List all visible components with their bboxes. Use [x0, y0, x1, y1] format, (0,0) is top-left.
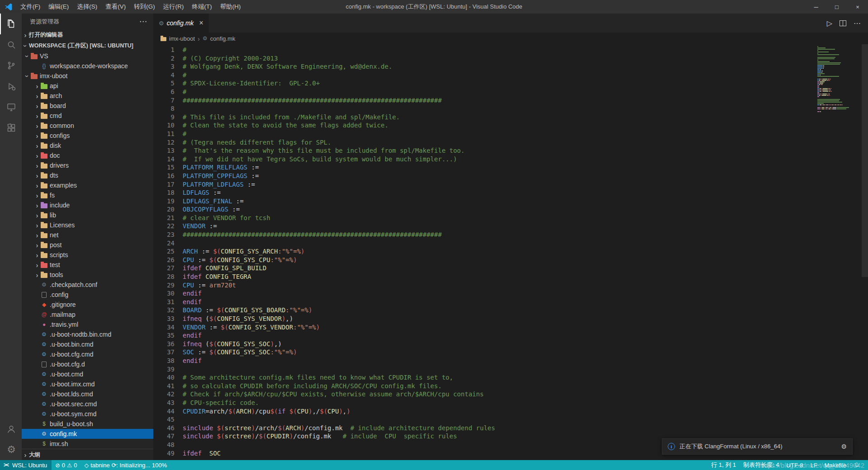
code-line-25[interactable]: 25ARCH := $(CONFIG_SYS_ARCH:"%"=%) — [153, 247, 816, 256]
tree-item-.u-boot.imx.cmd[interactable]: ⚙.u-boot.imx.cmd — [22, 379, 153, 389]
code-line-35[interactable]: 35endif — [153, 331, 816, 340]
code-editor[interactable]: 1#2# (C) Copyright 2000-20133# Wolfgang … — [153, 44, 868, 460]
code-line-11[interactable]: 11# — [153, 130, 816, 138]
tree-item-doc[interactable]: ›doc — [22, 150, 153, 160]
code-line-3[interactable]: 3# Wolfgang Denk, DENX Software Engineer… — [153, 62, 816, 71]
tree-item-cmd[interactable]: ›cmd — [22, 111, 153, 121]
code-line-40[interactable]: 40# Some architecture config.mk files ne… — [153, 373, 816, 382]
breadcrumb-item-folder[interactable]: imx-uboot — [169, 35, 195, 42]
tree-item-lib[interactable]: ›lib — [22, 210, 153, 220]
code-line-44[interactable]: 44CPUDIR=arch/$(ARCH)/cpu$(if $(CPU),/$(… — [153, 407, 816, 416]
tab-config-mk[interactable]: ⚙ config.mk × — [153, 14, 209, 33]
code-line-43[interactable]: 43# CPU-specific code. — [153, 399, 816, 407]
code-line-19[interactable]: 19LDFLAGS_FINAL := — [153, 197, 816, 206]
more-actions-icon[interactable]: ⋯ — [139, 17, 147, 26]
explorer-icon[interactable] — [0, 14, 22, 34]
menu-item-4[interactable]: 转到(G) — [130, 0, 159, 14]
menu-item-7[interactable]: 帮助(H) — [216, 0, 245, 14]
more-actions-icon[interactable]: ⋯ — [854, 19, 861, 28]
tabnine-status[interactable]: ◇ tabnine ⟳: Initializing... 100% — [81, 462, 171, 469]
code-line-10[interactable]: 10# Clean the state to avoid the same fl… — [153, 121, 816, 130]
tree-item-examples[interactable]: ›examples — [22, 180, 153, 190]
code-line-21[interactable]: 21# clear VENDOR for tcsh — [153, 214, 816, 222]
tree-item-dts[interactable]: ›dts — [22, 170, 153, 180]
code-line-7[interactable]: 7#######################################… — [153, 96, 816, 105]
code-line-28[interactable]: 28ifdef CONFIG_TEGRA — [153, 273, 816, 281]
tree-item-.u-boot.sym.cmd[interactable]: ⚙.u-boot.sym.cmd — [22, 409, 153, 419]
code-line-9[interactable]: 9# This file is included from ./Makefile… — [153, 113, 816, 122]
maximize-button[interactable]: □ — [826, 0, 847, 14]
code-line-1[interactable]: 1# — [153, 46, 816, 54]
tree-item-imx-uboot[interactable]: ›imx-uboot — [22, 71, 153, 81]
problems-indicator[interactable]: ⊘ 0 ⚠ 0 — [52, 462, 80, 469]
code-line-30[interactable]: 30endif — [153, 289, 816, 298]
code-line-17[interactable]: 17PLATFORM_LDFLAGS := — [153, 180, 816, 189]
tree-item-.u-boot.srec.cmd[interactable]: ⚙.u-boot.srec.cmd — [22, 399, 153, 409]
code-line-22[interactable]: 22VENDOR := — [153, 222, 816, 230]
source-control-icon[interactable] — [0, 55, 22, 76]
menu-item-6[interactable]: 终端(T) — [188, 0, 216, 14]
workspace-section[interactable]: › WORKSPACE (工作区) [WSL: UBUNTU] — [22, 40, 153, 51]
code-line-33[interactable]: 33ifneq ($(CONFIG_SYS_VENDOR),) — [153, 315, 816, 323]
tree-item-.u-boot.cfg.cmd[interactable]: ⚙.u-boot.cfg.cmd — [22, 349, 153, 359]
code-line-45[interactable]: 45 — [153, 415, 816, 424]
scrollbar-thumb[interactable] — [862, 44, 868, 277]
run-icon[interactable]: ▷ — [827, 19, 832, 28]
code-line-38[interactable]: 38endif — [153, 357, 816, 365]
encoding[interactable]: UTF-8 — [783, 462, 807, 469]
tree-item-imx.sh[interactable]: $imx.sh — [22, 439, 153, 449]
breadcrumb-item-file[interactable]: config.mk — [210, 35, 236, 42]
tree-item-net[interactable]: ›net — [22, 230, 153, 240]
code-line-24[interactable]: 24 — [153, 239, 816, 248]
code-line-34[interactable]: 34VENDOR := $(CONFIG_SYS_VENDOR:"%"=%) — [153, 323, 816, 332]
menu-item-5[interactable]: 运行(R) — [159, 0, 188, 14]
tree-item-Licenses[interactable]: ›Licenses — [22, 220, 153, 230]
code-line-14[interactable]: 14# If we did not have Tegra SoCs, build… — [153, 155, 816, 164]
tree-item-.mailmap[interactable]: @.mailmap — [22, 310, 153, 320]
close-button[interactable]: × — [847, 0, 868, 14]
notification-toast[interactable]: i 正在下载 ClangFormat (Linux / x86_64) ⚙ — [662, 438, 853, 455]
minimize-button[interactable]: ─ — [806, 0, 826, 14]
tree-item-tools[interactable]: ›tools — [22, 270, 153, 280]
tree-item-.checkpatch.conf[interactable]: ⚙.checkpatch.conf — [22, 280, 153, 290]
open-editors-section[interactable]: › 打开的编辑器 — [22, 29, 153, 40]
code-line-29[interactable]: 29CPU := arm720t — [153, 281, 816, 290]
menu-item-1[interactable]: 编辑(E) — [44, 0, 73, 14]
code-line-39[interactable]: 39 — [153, 365, 816, 374]
remote-indicator[interactable]: >< WSL: Ubuntu — [0, 460, 52, 470]
tree-item-api[interactable]: ›api — [22, 81, 153, 91]
tree-item-workspace.code-workspace[interactable]: {}workspace.code-workspace — [22, 61, 153, 71]
code-line-36[interactable]: 36ifneq ($(CONFIG_SYS_SOC),) — [153, 340, 816, 348]
code-lines[interactable]: 1#2# (C) Copyright 2000-20133# Wolfgang … — [153, 44, 816, 460]
code-line-12[interactable]: 12# (Tegra needs different flags for SPL… — [153, 138, 816, 147]
code-line-5[interactable]: 5# SPDX-License-Identifier: GPL-2.0+ — [153, 79, 816, 88]
account-icon[interactable] — [0, 418, 22, 439]
code-line-2[interactable]: 2# (C) Copyright 2000-2013 — [153, 54, 816, 63]
code-line-16[interactable]: 16PLATFORM_CPPFLAGS := — [153, 172, 816, 180]
code-line-42[interactable]: 42# Check if arch/$ARCH/cpu/$CPU exists,… — [153, 390, 816, 399]
code-line-41[interactable]: 41# so calculate CPUDIR before including… — [153, 382, 816, 390]
code-line-27[interactable]: 27ifdef CONFIG_SPL_BUILD — [153, 264, 816, 273]
tree-item-config.mk[interactable]: ⚙config.mk — [22, 429, 153, 439]
split-editor-icon[interactable] — [840, 20, 846, 26]
settings-gear-icon[interactable]: ⚙ — [0, 439, 22, 460]
tree-item-include[interactable]: ›include — [22, 200, 153, 210]
code-line-6[interactable]: 6# — [153, 88, 816, 96]
notifications-bell-icon[interactable] — [850, 462, 863, 468]
extensions-icon[interactable] — [0, 118, 22, 138]
tree-item-arch[interactable]: ›arch — [22, 91, 153, 101]
tree-item-post[interactable]: ›post — [22, 240, 153, 250]
tree-item-common[interactable]: ›common — [22, 121, 153, 131]
tree-item-.u-boot.cfg.d[interactable]: .u-boot.cfg.d — [22, 359, 153, 369]
tree-item-fs[interactable]: ›fs — [22, 190, 153, 200]
code-line-13[interactable]: 13# That's the reason why this file must… — [153, 146, 816, 155]
tree-item-.u-boot.bin.cmd[interactable]: ⚙.u-boot.bin.cmd — [22, 339, 153, 349]
tree-item-configs[interactable]: ›configs — [22, 131, 153, 141]
code-line-46[interactable]: 46sinclude $(srctree)/arch/$(ARCH)/confi… — [153, 424, 816, 432]
code-line-26[interactable]: 26CPU := $(CONFIG_SYS_CPU:"%"=%) — [153, 256, 816, 264]
code-line-4[interactable]: 4# — [153, 71, 816, 80]
tree-item-drivers[interactable]: ›drivers — [22, 160, 153, 170]
cursor-position[interactable]: 行 1, 列 1 — [708, 461, 740, 469]
code-line-18[interactable]: 18LDFLAGS := — [153, 188, 816, 197]
search-icon[interactable] — [0, 34, 22, 55]
